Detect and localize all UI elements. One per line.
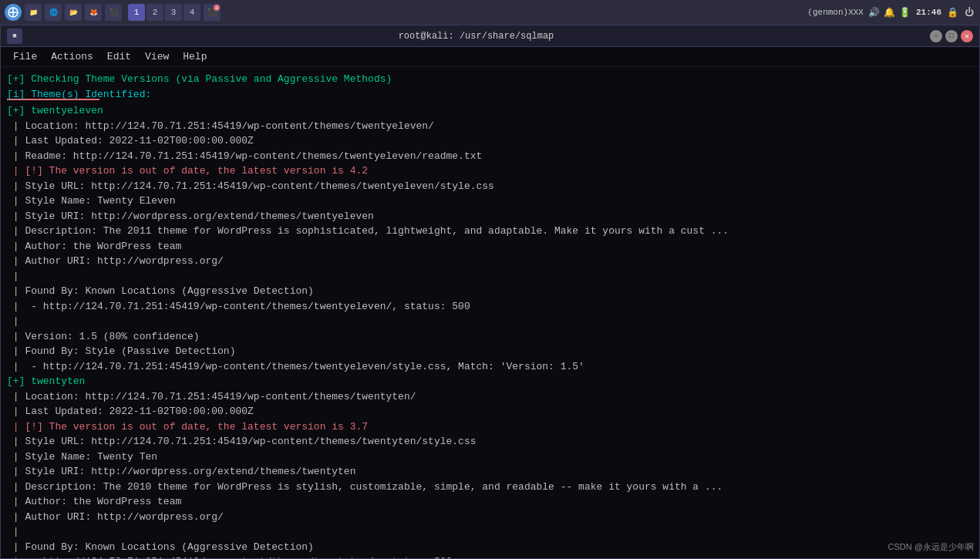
terminal-line: | Author: the WordPress team — [7, 239, 973, 254]
taskbar-browser-btn[interactable]: 🌐 — [45, 4, 62, 21]
terminal-menubar: File Actions Edit View Help — [1, 47, 979, 67]
terminal-icon: ■ — [7, 29, 22, 44]
volume-icon[interactable]: 🔊 — [868, 6, 881, 19]
terminal-line: | Location: http://124.70.71.251:45419/w… — [7, 389, 973, 405]
terminal-line: | Description: The 2010 theme for WordPr… — [7, 480, 973, 495]
workspace-3[interactable]: 3 — [165, 4, 182, 21]
workspace-2[interactable]: 2 — [146, 4, 163, 21]
power-icon[interactable]: ⏻ — [963, 6, 975, 19]
terminal-line: [+] twentyeleven — [7, 103, 973, 119]
terminal-line: | Readme: http://124.70.71.251:45419/wp-… — [7, 149, 973, 164]
terminal-line: | Author URI: http://wordpress.org/ — [7, 510, 973, 525]
menu-file[interactable]: File — [7, 49, 43, 64]
terminal-line: | - http://124.70.71.251:45419/wp-conten… — [7, 554, 973, 558]
workspace-switcher: 1 2 3 4 — [128, 4, 200, 21]
terminal-line: | Style URI: http://wordpress.org/extend… — [7, 464, 973, 480]
terminal-line: | - http://124.70.71.251:45419/wp-conten… — [7, 299, 973, 315]
menu-actions[interactable]: Actions — [45, 49, 99, 64]
terminal-line: | Author: the WordPress team — [7, 494, 973, 510]
terminal-line: | Style Name: Twenty Eleven — [7, 194, 973, 209]
taskbar-folder-btn[interactable]: 📂 — [65, 4, 82, 21]
os-logo[interactable] — [5, 4, 22, 21]
terminal-line: | Style URL: http://124.70.71.251:45419/… — [7, 434, 973, 450]
terminal-line: | [!] The version is out of date, the la… — [7, 419, 973, 435]
terminal-line: [+] twentyten — [7, 374, 973, 389]
terminal-line: | Author URI: http://wordpress.org/ — [7, 254, 973, 269]
active-app-icon[interactable]: ⬛ 2 — [204, 4, 221, 21]
menu-edit[interactable]: Edit — [101, 49, 137, 64]
menu-view[interactable]: View — [139, 49, 175, 64]
battery-icon[interactable]: 🔋 — [899, 6, 911, 19]
workspace-4[interactable]: 4 — [184, 4, 200, 21]
tray-icons: 🔊 🔔 🔋 — [868, 6, 911, 19]
terminal-line: | Style Name: Twenty Ten — [7, 450, 973, 465]
terminal-line: | — [7, 314, 973, 329]
window-controls: – □ ✕ — [930, 30, 973, 42]
watermark: CSDN @永远是少年啊 — [888, 541, 974, 553]
clock: 21:46 — [916, 8, 941, 17]
minimize-button[interactable]: – — [930, 30, 942, 42]
terminal-line: | — [7, 269, 973, 285]
taskbar-right: (genmon)XXX 🔊 🔔 🔋 21:46 🔒 ⏻ — [807, 6, 975, 19]
terminal-output[interactable]: [+] Checking Theme Versions (via Passive… — [1, 67, 979, 558]
lock-icon[interactable]: 🔒 — [946, 6, 958, 19]
terminal-line: | Style URL: http://124.70.71.251:45419/… — [7, 179, 973, 194]
terminal-line: | - http://124.70.71.251:45419/wp-conten… — [7, 359, 973, 375]
terminal-line: | Found By: Style (Passive Detection) — [7, 344, 973, 359]
bell-icon[interactable]: 🔔 — [884, 6, 896, 19]
terminal-line: | Found By: Known Locations (Aggressive … — [7, 540, 973, 555]
taskbar-fire-btn[interactable]: 🦊 — [85, 4, 102, 21]
menu-help[interactable]: Help — [177, 49, 213, 64]
terminal-window: ■ root@kali: /usr/share/sqlmap – □ ✕ Fil… — [0, 25, 980, 559]
terminal-line: | Style URI: http://wordpress.org/extend… — [7, 209, 973, 224]
terminal-line: | [!] The version is out of date, the la… — [7, 163, 973, 179]
terminal-line: | Last Updated: 2022-11-02T00:00:00.000Z — [7, 133, 973, 149]
terminal-line: | Version: 1.5 (80% confidence) — [7, 329, 973, 345]
user-label: (genmon)XXX — [807, 8, 864, 17]
maximize-button[interactable]: □ — [945, 30, 958, 42]
workspace-1[interactable]: 1 — [128, 4, 145, 21]
terminal-line: [i] Theme(s) Identified: — [7, 87, 973, 103]
taskbar: 📁 🌐 📂 🦊 ⬛ 1 2 3 4 ⬛ 2 (genmon)XXX 🔊 🔔 🔋 … — [0, 0, 980, 25]
taskbar-files-btn[interactable]: 📁 — [25, 4, 42, 21]
terminal-line: | Last Updated: 2022-11-02T00:00:00.000Z — [7, 404, 973, 419]
terminal-line: [+] Checking Theme Versions (via Passive… — [7, 72, 973, 87]
close-button[interactable]: ✕ — [961, 30, 973, 42]
app-badge: 2 — [214, 5, 220, 11]
taskbar-term-btn[interactable]: ⬛ — [105, 4, 122, 21]
terminal-titlebar: ■ root@kali: /usr/share/sqlmap – □ ✕ — [1, 25, 979, 47]
terminal-line: | — [7, 524, 973, 540]
terminal-title: root@kali: /usr/share/sqlmap — [399, 31, 554, 42]
terminal-line: | Location: http://124.70.71.251:45419/w… — [7, 119, 973, 134]
terminal-line: | Found By: Known Locations (Aggressive … — [7, 284, 973, 299]
terminal-line: | Description: The 2011 theme for WordPr… — [7, 224, 973, 239]
